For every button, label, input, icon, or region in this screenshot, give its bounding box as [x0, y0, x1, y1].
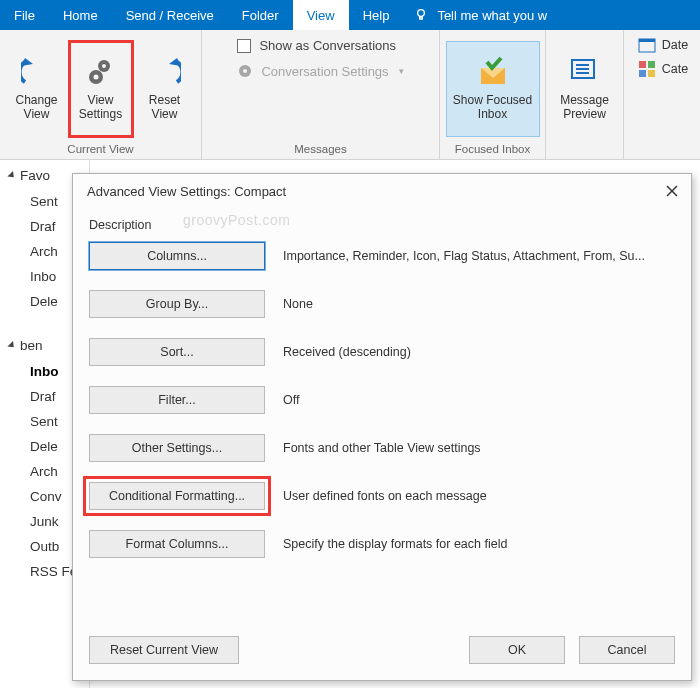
close-button[interactable]: [661, 180, 683, 202]
change-view-button[interactable]: Change View: [5, 41, 69, 137]
conversation-settings-label: Conversation Settings: [261, 64, 388, 79]
message-preview-label: Message Preview: [560, 94, 609, 122]
spacer: [583, 143, 586, 159]
menu-file[interactable]: File: [0, 0, 49, 30]
focused-inbox-icon: [477, 56, 509, 88]
format-columns-button[interactable]: Format Columns...: [89, 530, 265, 558]
group-messages-label: Messages: [294, 143, 346, 159]
group-by-button[interactable]: Group By...: [89, 290, 265, 318]
checkbox-icon: [237, 39, 251, 53]
svg-point-5: [93, 74, 98, 79]
sort-button[interactable]: Sort...: [89, 338, 265, 366]
view-settings-label: View Settings: [79, 94, 122, 122]
menu-folder[interactable]: Folder: [228, 0, 293, 30]
favorites-label: Favo: [20, 168, 50, 183]
dialog-title: Advanced View Settings: Compact: [87, 184, 286, 199]
conditional-formatting-button[interactable]: Conditional Formatting...: [89, 482, 265, 510]
menu-help[interactable]: Help: [349, 0, 404, 30]
svg-rect-17: [639, 61, 646, 68]
show-focused-inbox-label: Show Focused Inbox: [453, 94, 532, 122]
group-by-value: None: [283, 297, 675, 311]
columns-button[interactable]: Columns...: [89, 242, 265, 270]
gear-icon: [237, 63, 253, 79]
calendar-icon: [638, 36, 656, 54]
close-icon: [666, 185, 678, 197]
change-view-icon: [21, 56, 53, 88]
change-view-label: Change View: [15, 94, 57, 122]
svg-point-8: [243, 69, 247, 73]
reset-view-button[interactable]: Reset View: [133, 41, 197, 137]
menu-home[interactable]: Home: [49, 0, 112, 30]
categories-icon: [638, 60, 656, 78]
categories-button[interactable]: Cate: [638, 60, 688, 78]
categories-label: Cate: [662, 62, 688, 76]
ok-button[interactable]: OK: [469, 636, 565, 664]
spacer: [660, 143, 663, 159]
menu-view[interactable]: View: [293, 0, 349, 30]
svg-point-0: [418, 10, 425, 17]
group-message-preview: Message Preview: [546, 30, 624, 159]
other-settings-button[interactable]: Other Settings...: [89, 434, 265, 462]
tell-me[interactable]: Tell me what you w: [403, 0, 700, 30]
date-label: Date: [662, 38, 688, 52]
show-as-conversations-checkbox[interactable]: Show as Conversations: [237, 38, 396, 53]
svg-rect-20: [648, 70, 655, 77]
tell-me-text: Tell me what you w: [437, 8, 547, 23]
account-label: ben: [20, 338, 43, 353]
show-focused-inbox-button[interactable]: Show Focused Inbox: [446, 41, 540, 137]
group-messages: Show as Conversations Conversation Setti…: [202, 30, 440, 159]
message-preview-icon: [569, 56, 601, 88]
svg-rect-19: [639, 70, 646, 77]
filter-button[interactable]: Filter...: [89, 386, 265, 414]
menubar: File Home Send / Receive Folder View Hel…: [0, 0, 700, 30]
date-button[interactable]: Date: [638, 36, 688, 54]
advanced-view-settings-dialog: Advanced View Settings: Compact Descript…: [72, 173, 692, 681]
group-right-extras: Date Cate: [624, 30, 700, 159]
caret-icon: [7, 341, 16, 350]
sort-value: Received (descending): [283, 345, 675, 359]
message-preview-button[interactable]: Message Preview: [551, 41, 619, 137]
show-as-conversations-label: Show as Conversations: [259, 38, 396, 53]
dialog-titlebar: Advanced View Settings: Compact: [73, 174, 691, 208]
chevron-down-icon: ▾: [399, 66, 404, 76]
dialog-footer: Reset Current View OK Cancel: [73, 636, 691, 680]
menu-send-receive[interactable]: Send / Receive: [112, 0, 228, 30]
svg-rect-18: [648, 61, 655, 68]
group-current-view: Change View View Settings Reset View Cur…: [0, 30, 202, 159]
conditional-formatting-value: User defined fonts on each message: [283, 489, 675, 503]
columns-value: Importance, Reminder, Icon, Flag Status,…: [283, 249, 675, 263]
conversation-settings-button: Conversation Settings ▾: [237, 63, 403, 79]
dialog-body: Description groovyPost.com Columns... Im…: [73, 208, 691, 636]
description-label: Description: [89, 218, 675, 232]
svg-point-3: [102, 64, 106, 68]
format-columns-value: Specify the display formats for each fie…: [283, 537, 675, 551]
view-settings-button[interactable]: View Settings: [69, 41, 133, 137]
svg-rect-16: [639, 39, 655, 42]
reset-view-label: Reset View: [149, 94, 180, 122]
group-focused-inbox: Show Focused Inbox Focused Inbox: [440, 30, 546, 159]
cancel-button[interactable]: Cancel: [579, 636, 675, 664]
gear-icon: [85, 56, 117, 88]
reset-view-icon: [149, 56, 181, 88]
reset-current-view-button[interactable]: Reset Current View: [89, 636, 239, 664]
filter-value: Off: [283, 393, 675, 407]
ribbon: Change View View Settings Reset View Cur…: [0, 30, 700, 160]
caret-icon: [7, 171, 16, 180]
group-focused-inbox-label: Focused Inbox: [455, 143, 530, 159]
other-settings-value: Fonts and other Table View settings: [283, 441, 675, 455]
group-current-view-label: Current View: [67, 143, 133, 159]
lightbulb-icon: [413, 7, 429, 23]
